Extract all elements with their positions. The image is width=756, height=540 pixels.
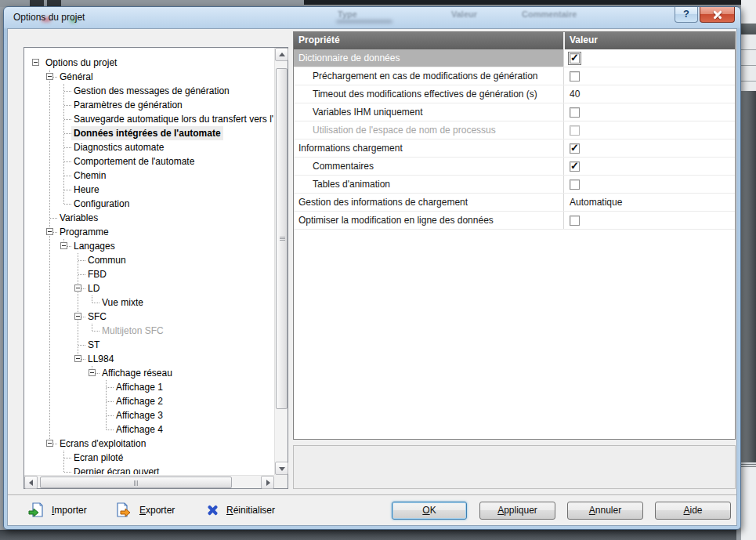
- tree-item-label[interactable]: Affichage 3: [114, 408, 165, 422]
- property-row[interactable]: Variables IHM uniquement: [294, 103, 735, 121]
- scroll-right-button[interactable]: [261, 476, 274, 489]
- tree-expander-minus[interactable]: [89, 369, 96, 376]
- tree-vertical-scrollbar[interactable]: [274, 48, 288, 475]
- scroll-down-button[interactable]: [275, 462, 288, 475]
- property-value-text[interactable]: 40: [570, 89, 580, 100]
- tree-item[interactable]: Comportement de l'automate: [29, 154, 273, 169]
- checkbox-unchecked[interactable]: [570, 179, 580, 190]
- tree-item-label[interactable]: Multijeton SFC: [99, 324, 166, 338]
- import-button[interactable]: Importer: [28, 501, 87, 520]
- tree-item-label[interactable]: Chemin: [71, 169, 108, 183]
- tree-item-label[interactable]: LD: [85, 281, 102, 295]
- tree-item-label[interactable]: Comportement de l'automate: [71, 154, 197, 169]
- tree-item-label[interactable]: Options du projet: [43, 56, 119, 70]
- tree-item[interactable]: Configuration: [29, 197, 273, 211]
- checkbox-unchecked[interactable]: [570, 216, 580, 226]
- ok-button[interactable]: OK: [392, 502, 467, 520]
- close-button[interactable]: [700, 7, 735, 23]
- tree-item[interactable]: Données intégrées de l'automate: [29, 126, 273, 140]
- tree-item[interactable]: Affichage réseau: [29, 366, 273, 380]
- property-row[interactable]: Optimiser la modification en ligne des d…: [294, 212, 735, 230]
- checkbox-unchecked[interactable]: [570, 71, 580, 82]
- tree-item-label[interactable]: Langages: [71, 239, 118, 253]
- tree-item[interactable]: Diagnostics automate: [29, 140, 273, 154]
- tree-item[interactable]: Ecran piloté: [29, 451, 273, 465]
- tree-item-label[interactable]: Vue mixte: [99, 295, 146, 310]
- tree-item-label[interactable]: Affichage 4: [114, 422, 165, 437]
- tree-item-label[interactable]: Affichage réseau: [99, 366, 175, 380]
- tree-item-label[interactable]: Programme: [57, 225, 111, 239]
- tree-item-label[interactable]: Ecrans d'exploitation: [57, 437, 148, 451]
- tree-expander-minus[interactable]: [46, 228, 53, 235]
- tree-item[interactable]: FBD: [29, 267, 273, 281]
- tree-item[interactable]: Affichage 1: [29, 380, 273, 394]
- tree-item-label[interactable]: Données intégrées de l'automate: [71, 126, 223, 140]
- tree-item-label[interactable]: Dernier écran ouvert: [71, 465, 161, 474]
- tree-item-label[interactable]: Général: [57, 70, 96, 84]
- tree-item[interactable]: Ecrans d'exploitation: [29, 437, 273, 451]
- property-row[interactable]: Dictionnaire de données✓: [294, 49, 735, 67]
- tree-item[interactable]: LD: [29, 281, 273, 295]
- tree-item[interactable]: Paramètres de génération: [29, 98, 273, 112]
- tree-item-label[interactable]: Sauvegarde automatique lors du transfert…: [71, 112, 273, 126]
- property-row[interactable]: Commentaires✓: [294, 158, 735, 176]
- horizontal-scroll-thumb[interactable]: [40, 477, 232, 488]
- tree-item-label[interactable]: Variables: [57, 211, 100, 225]
- tree-item[interactable]: Vue mixte: [29, 295, 273, 310]
- tree-expander-minus[interactable]: [74, 313, 81, 320]
- title-bar[interactable]: Type Valeur Commentaire Options du proje…: [4, 7, 740, 28]
- tree-item-label[interactable]: Affichage 2: [114, 394, 165, 408]
- tree-item-label[interactable]: Configuration: [71, 197, 132, 211]
- tree-item-label[interactable]: Affichage 1: [114, 380, 165, 394]
- tree-item[interactable]: LL984: [29, 352, 273, 366]
- tree-item[interactable]: ST: [29, 338, 273, 352]
- tree-item-label[interactable]: Diagnostics automate: [71, 140, 166, 154]
- tree-expander-minus[interactable]: [74, 355, 81, 362]
- tree-item-label[interactable]: FBD: [85, 267, 109, 281]
- options-tree[interactable]: Options du projetGénéralGestion des mess…: [26, 49, 273, 474]
- tree-item-label[interactable]: Heure: [71, 183, 102, 197]
- tree-item[interactable]: SFC: [29, 310, 273, 324]
- help-button[interactable]: ?: [675, 7, 698, 23]
- tree-item[interactable]: Dernier écran ouvert: [29, 465, 273, 474]
- tree-item[interactable]: Multijeton SFC: [29, 324, 273, 338]
- tree-item-label[interactable]: Ecran piloté: [71, 451, 125, 465]
- tree-item[interactable]: Affichage 4: [29, 422, 273, 437]
- tree-item[interactable]: Affichage 2: [29, 394, 273, 408]
- property-row[interactable]: Préchargement en cas de modifications de…: [294, 67, 735, 85]
- cancel-button[interactable]: Annuler: [567, 502, 643, 520]
- tree-item-label[interactable]: Commun: [85, 253, 128, 267]
- tree-expander-minus[interactable]: [32, 59, 39, 66]
- tree-item[interactable]: Général: [29, 70, 273, 84]
- property-row[interactable]: Timeout des modifications effectives de …: [294, 85, 735, 103]
- tree-item[interactable]: Gestion des messages de génération: [29, 84, 273, 98]
- checkbox-checked[interactable]: ✓: [570, 53, 580, 63]
- help-dialog-button[interactable]: Aide: [655, 502, 731, 520]
- tree-item-label[interactable]: SFC: [85, 310, 109, 324]
- tree-expander-minus[interactable]: [74, 284, 81, 292]
- tree-item[interactable]: Langages: [29, 239, 273, 253]
- checkbox-checked[interactable]: ✓: [570, 143, 580, 154]
- export-button[interactable]: Exporter: [116, 501, 175, 520]
- tree-item-label[interactable]: LL984: [85, 352, 116, 366]
- scroll-left-button[interactable]: [24, 476, 38, 489]
- property-row[interactable]: Gestion des informations de chargementAu…: [294, 194, 735, 212]
- checkbox-checked[interactable]: ✓: [570, 161, 580, 172]
- apply-button[interactable]: Appliquer: [479, 502, 555, 520]
- tree-item[interactable]: Variables: [29, 211, 273, 225]
- property-value-text[interactable]: Automatique: [570, 197, 622, 208]
- tree-item-label[interactable]: Paramètres de génération: [71, 98, 185, 112]
- tree-horizontal-scrollbar[interactable]: [24, 475, 274, 488]
- property-row[interactable]: Utilisation de l'espace de nom de proces…: [294, 121, 735, 140]
- reset-button[interactable]: Réinitialiser: [207, 501, 275, 520]
- tree-expander-minus[interactable]: [46, 73, 53, 80]
- tree-item[interactable]: Commun: [29, 253, 273, 267]
- tree-item-label[interactable]: ST: [85, 338, 102, 352]
- tree-item[interactable]: Chemin: [29, 169, 273, 183]
- column-header-valeur[interactable]: Valeur: [565, 32, 735, 49]
- tree-item[interactable]: Affichage 3: [29, 408, 273, 422]
- tree-item[interactable]: Options du projet: [29, 56, 273, 70]
- tree-expander-minus[interactable]: [60, 242, 67, 249]
- column-header-propriete[interactable]: Propriété: [294, 32, 563, 49]
- tree-expander-minus[interactable]: [46, 440, 53, 447]
